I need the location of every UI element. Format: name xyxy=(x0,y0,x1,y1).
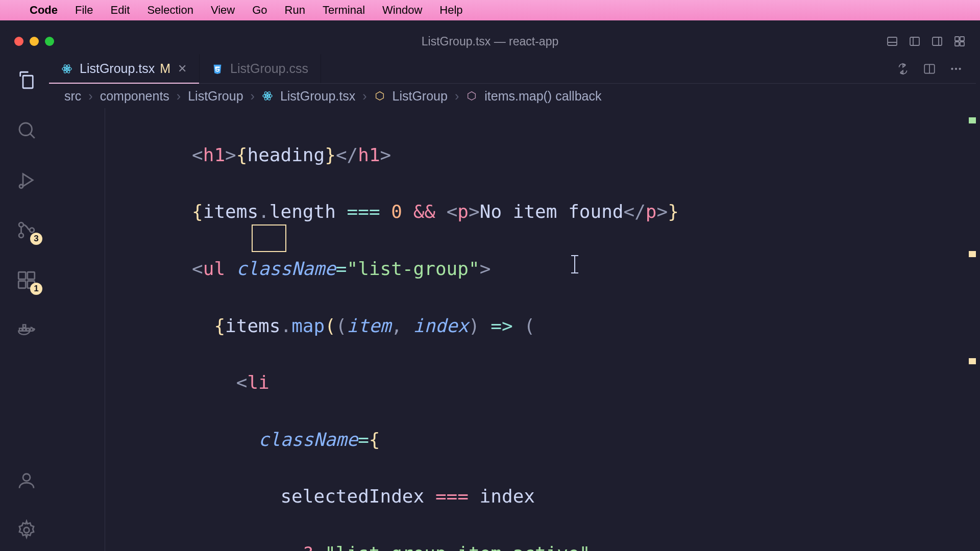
svg-rect-8 xyxy=(955,42,959,46)
menubar-view[interactable]: View xyxy=(211,4,235,17)
svg-point-25 xyxy=(23,474,30,481)
svg-point-26 xyxy=(24,528,30,533)
breadcrumb-segment[interactable]: ListGroup.tsx xyxy=(280,89,355,104)
tab-close-icon[interactable]: ✕ xyxy=(178,62,187,76)
scm-badge: 3 xyxy=(30,233,42,245)
overview-marker xyxy=(969,117,976,123)
search-icon[interactable] xyxy=(16,119,37,141)
vscode-window: ListGroup.tsx — react-app xyxy=(4,29,976,551)
editor-area: ListGroup.tsx M ✕ ListGroup.css xyxy=(49,54,976,551)
tab-listgroup-css[interactable]: ListGroup.css xyxy=(200,54,321,83)
menubar-terminal[interactable]: Terminal xyxy=(323,4,365,17)
window-minimize-button[interactable] xyxy=(30,37,39,46)
menubar-app-name[interactable]: Code xyxy=(30,4,58,17)
svg-point-36 xyxy=(266,95,268,97)
menubar-go[interactable]: Go xyxy=(252,4,267,17)
svg-point-10 xyxy=(19,123,32,136)
svg-rect-24 xyxy=(23,325,26,328)
svg-point-33 xyxy=(951,67,953,69)
tab-modified-indicator: M xyxy=(160,61,170,76)
extensions-badge: 1 xyxy=(30,283,42,295)
tab-label: ListGroup.tsx xyxy=(80,61,155,76)
traffic-lights xyxy=(14,37,54,46)
breadcrumb-segment[interactable]: ListGroup xyxy=(188,89,243,104)
toggle-sidebar-left-icon[interactable] xyxy=(909,35,921,47)
svg-point-16 xyxy=(30,228,34,233)
run-debug-icon[interactable] xyxy=(16,169,37,191)
svg-rect-17 xyxy=(18,272,26,279)
menubar-help[interactable]: Help xyxy=(439,4,462,17)
svg-rect-20 xyxy=(28,272,35,279)
accounts-icon[interactable] xyxy=(16,469,37,491)
explorer-icon[interactable] xyxy=(16,69,37,91)
settings-gear-icon[interactable] xyxy=(16,519,37,541)
svg-point-14 xyxy=(19,222,23,227)
breadcrumb-segment[interactable]: components xyxy=(100,89,169,104)
breadcrumb-segment[interactable]: src xyxy=(64,89,81,104)
react-file-icon xyxy=(61,63,72,74)
svg-line-11 xyxy=(30,134,35,138)
breadcrumbs[interactable]: src › components › ListGroup › ListGroup… xyxy=(49,84,976,108)
fold-gutter xyxy=(105,108,126,551)
source-control-icon[interactable]: 3 xyxy=(16,219,37,241)
svg-rect-6 xyxy=(955,37,959,41)
titlebar-actions xyxy=(886,35,966,47)
chevron-right-icon: › xyxy=(362,89,366,104)
svg-point-34 xyxy=(955,67,957,69)
menubar-selection[interactable]: Selection xyxy=(147,4,193,17)
overview-ruler[interactable] xyxy=(966,108,976,551)
svg-rect-2 xyxy=(910,37,919,45)
tab-listgroup-tsx[interactable]: ListGroup.tsx M ✕ xyxy=(49,54,200,83)
docker-icon[interactable] xyxy=(16,319,37,341)
window-close-button[interactable] xyxy=(14,37,23,46)
svg-rect-0 xyxy=(888,37,897,45)
symbol-class-icon xyxy=(374,90,385,102)
window-title: ListGroup.tsx — react-app xyxy=(422,35,558,48)
menubar-edit[interactable]: Edit xyxy=(110,4,130,17)
code-content[interactable]: <h1>{heading}</h1> {items.length === 0 &… xyxy=(126,108,976,551)
breadcrumb-segment[interactable]: items.map() callback xyxy=(484,89,601,104)
toggle-panel-icon[interactable] xyxy=(886,35,898,47)
customize-layout-icon[interactable] xyxy=(953,35,966,47)
window-maximize-button[interactable] xyxy=(45,37,54,46)
toggle-sidebar-right-icon[interactable] xyxy=(931,35,943,47)
extensions-icon[interactable]: 1 xyxy=(16,269,37,291)
titlebar: ListGroup.tsx — react-app xyxy=(4,29,976,54)
tab-bar: ListGroup.tsx M ✕ ListGroup.css xyxy=(49,54,976,84)
svg-marker-12 xyxy=(23,174,33,187)
more-actions-icon[interactable] xyxy=(949,62,963,76)
svg-point-13 xyxy=(19,185,23,188)
svg-rect-7 xyxy=(960,37,964,41)
svg-point-15 xyxy=(19,233,23,238)
svg-point-35 xyxy=(959,67,961,69)
chevron-right-icon: › xyxy=(177,89,181,104)
menubar-run[interactable]: Run xyxy=(285,4,305,17)
split-editor-icon[interactable] xyxy=(923,62,936,76)
line-number-gutter xyxy=(49,108,105,551)
breadcrumb-segment[interactable]: ListGroup xyxy=(393,89,448,104)
chevron-right-icon: › xyxy=(251,89,255,104)
menubar-file[interactable]: File xyxy=(75,4,93,17)
symbol-method-icon xyxy=(466,90,477,102)
react-file-icon xyxy=(262,90,273,102)
svg-rect-18 xyxy=(18,281,26,288)
menubar-window[interactable]: Window xyxy=(382,4,422,17)
css-file-icon xyxy=(212,63,223,74)
chevron-right-icon: › xyxy=(88,89,92,104)
open-changes-icon[interactable] xyxy=(896,62,910,76)
macos-menubar: Code File Edit Selection View Go Run Ter… xyxy=(0,0,980,20)
code-editor[interactable]: <h1>{heading}</h1> {items.length === 0 &… xyxy=(49,108,976,551)
svg-rect-4 xyxy=(933,37,942,45)
tab-label: ListGroup.css xyxy=(230,61,308,76)
overview-marker xyxy=(969,358,976,364)
activity-bar: 3 1 xyxy=(4,54,49,551)
editor-actions xyxy=(883,54,976,83)
text-cursor-selection xyxy=(252,224,286,252)
chevron-right-icon: › xyxy=(455,89,459,104)
svg-rect-9 xyxy=(960,42,964,46)
svg-point-27 xyxy=(66,68,68,70)
overview-marker xyxy=(969,251,976,257)
